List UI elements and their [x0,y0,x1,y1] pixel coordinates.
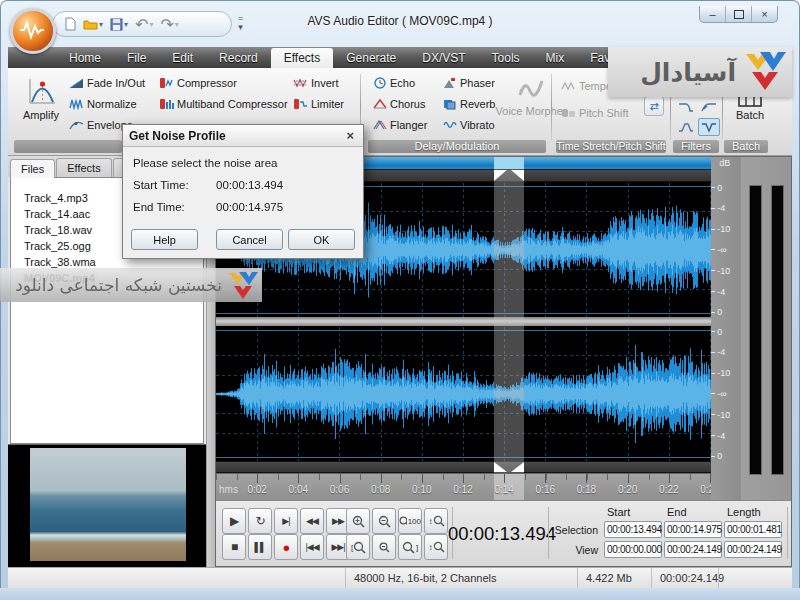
normalize-icon [69,98,84,110]
header-start: Start [604,506,662,518]
group-label-batch: Batch [724,140,768,153]
zoom-vertical-in-button[interactable]: ↕ [424,508,448,534]
zoom-selection-button[interactable]: [ [346,534,370,560]
tab-file[interactable]: File [114,48,159,68]
close-icon: × [346,128,354,143]
filter-notch-button[interactable] [698,118,720,136]
app-window: ▾ ▾ ↶▾ ↷▾ =▾ AVS Audio Editor ( MOV09C.m… [0,0,800,600]
fade-in-out-button[interactable]: Fade In/Out [66,73,148,92]
zoom-out-small-button[interactable] [372,534,396,560]
filter-bandpass-button[interactable] [675,118,697,136]
stop-button[interactable]: ■ [222,534,246,560]
selection-marker-strip-bottom[interactable] [216,461,713,473]
flanger-button[interactable]: Flanger [370,115,430,134]
help-button[interactable]: Help [131,229,198,250]
zoom-out-button[interactable] [372,508,396,534]
zoom-to-selection-end-button[interactable]: ] [398,534,422,560]
tab-edit[interactable]: Edit [159,48,206,68]
end-time-label: End Time: [133,201,216,213]
invert-icon [293,77,308,89]
multiband-compressor-button[interactable]: Multiband Compressor [156,94,291,113]
dialog-title-bar[interactable]: Get Noise Profile × [123,125,363,147]
ok-button[interactable]: OK [288,229,355,250]
view-end-field[interactable]: 00:00:24.149 [664,541,722,558]
level-meter-left [749,185,762,475]
stop-icon: ■ [231,540,237,554]
list-item[interactable]: Track_25.ogg [21,238,94,254]
watermark-logo-icon [744,50,786,94]
pitch-shift-options-button[interactable]: ⇄ [644,96,664,116]
list-item[interactable]: Track_18.wav [21,222,95,238]
dialog-close-button[interactable]: × [343,128,357,143]
play-to-end-icon: ▶| [282,516,289,526]
zoom-bracket-icon [402,541,415,554]
timeline-ruler[interactable]: hms 0:02 0:04 0:06 0:08 0:10 0:12 0:14 0… [216,473,713,504]
amplify-button[interactable]: Amplify [14,72,68,124]
normalize-button[interactable]: Normalize [66,94,148,113]
play-button[interactable]: ▶ [222,508,246,534]
close-icon: × [761,8,767,20]
filter-highpass-button[interactable] [698,98,720,116]
echo-icon [373,77,387,89]
tab-home[interactable]: Home [56,48,114,68]
tab-effects-panel[interactable]: Effects [56,158,111,177]
divider [548,507,549,559]
selection-panel: Start End Length Selection 00:00:13.494 … [552,506,784,558]
watermark-logo-icon [228,270,258,300]
reverb-button[interactable]: Reverb [440,94,498,113]
pause-button[interactable]: ▌▌ [248,534,272,560]
zoom-in-icon [352,515,365,528]
selection-length-field[interactable]: 00:00:01.481 [724,521,782,538]
selection-handles-top-icon[interactable] [494,170,524,181]
zoom-in-button[interactable] [346,508,370,534]
app-menu-button[interactable] [10,8,56,54]
zoom-vertical-out-icon [433,541,445,553]
selection-handles-bottom-icon[interactable] [494,462,524,472]
compressor-button[interactable]: Compressor [156,73,291,92]
overview-selection[interactable] [494,157,524,169]
tab-record[interactable]: Record [206,48,271,68]
rewind-button[interactable]: ◀◀ [300,508,324,534]
end-time-value: 00:00:14.975 [216,201,283,213]
voice-morpher-button: Voice Morpher [506,76,556,134]
waveform-right-channel[interactable] [216,327,713,461]
cancel-button[interactable]: Cancel [216,229,283,250]
tab-tools[interactable]: Tools [479,48,533,68]
tab-generate[interactable]: Generate [333,48,409,68]
tab-files[interactable]: Files [10,159,55,178]
view-length-field[interactable]: 00:00:24.149 [724,541,782,558]
tab-mix[interactable]: Mix [533,48,578,68]
go-to-start-button[interactable]: |◀◀ [300,534,324,560]
tab-dxvst[interactable]: DX/VST [409,48,478,68]
record-button[interactable]: ● [274,534,298,560]
invert-button[interactable]: Invert [290,73,347,92]
filter-lowpass-button[interactable] [675,98,697,116]
echo-button[interactable]: Echo [370,73,430,92]
tick-label: 0:08 [371,484,390,495]
selection-start-field[interactable]: 00:00:13.494 [604,521,662,538]
chorus-button[interactable]: Chorus [370,94,430,113]
vibrato-button[interactable]: Vibrato [440,115,498,134]
minimize-button[interactable]: – [700,6,726,22]
zoom-out-small-icon [379,542,390,553]
rewind-icon: ◀◀ [306,516,318,526]
group-label-delay-modulation: Delay/Modulation [368,140,546,153]
play-file-button[interactable]: ▶| [274,508,298,534]
phaser-button[interactable]: Phaser [440,73,498,92]
list-item[interactable]: Track_14.aac [21,206,93,222]
limiter-button[interactable]: Limiter [290,94,347,113]
zoom-100-icon [399,516,407,527]
window-title: AVS Audio Editor ( MOV09C.mp4 ) [0,14,800,28]
list-item[interactable]: Track_4.mp3 [21,190,91,206]
status-duration: 00:00:24.149 [651,568,718,588]
filter-lowpass-icon [678,101,694,113]
zoom-100-button[interactable]: 100 [398,508,422,534]
selection-end-field[interactable]: 00:00:14.975 [664,521,722,538]
loop-play-button[interactable]: ↻ [248,508,272,534]
zoom-vertical-out-button[interactable]: ↕ [424,534,448,560]
db-scale-title: dB [719,158,730,168]
maximize-button[interactable] [726,6,752,22]
close-button[interactable]: × [752,6,777,22]
view-start-field[interactable]: 00:00:00.000 [604,541,662,558]
tab-effects[interactable]: Effects [271,48,333,68]
